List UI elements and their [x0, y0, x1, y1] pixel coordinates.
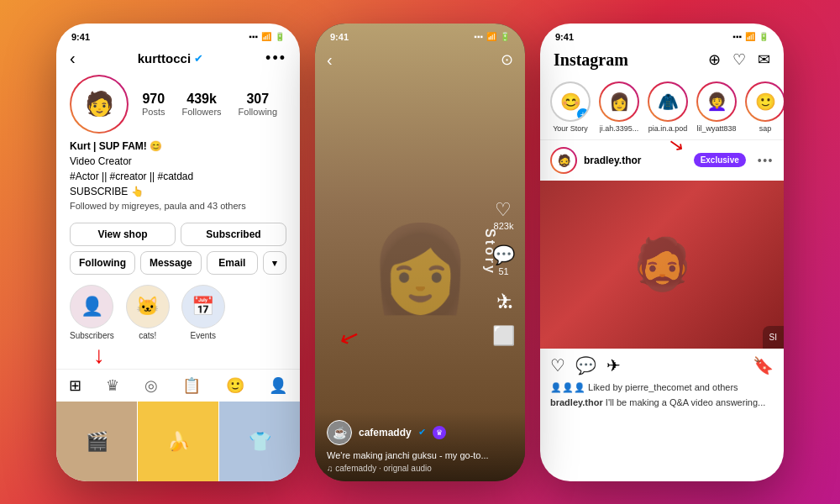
comment-action[interactable]: 💬 51 — [492, 244, 515, 276]
phone-feed: 9:41 ▪▪▪ 📶 🔋 Instagram ⊕ ♡ ✉ 😊 + Your St… — [540, 24, 784, 481]
bio-tags: #Actor || #creator || #catdad — [70, 169, 286, 184]
story-name-4: sap — [759, 124, 772, 133]
save-action[interactable]: ⬜ — [492, 325, 515, 347]
story-thumb-3[interactable]: 👩‍🦱 lil_wyatt838 — [696, 81, 737, 133]
signal-2: ▪▪▪ — [474, 32, 483, 41]
view-shop-button[interactable]: View shop — [70, 223, 176, 246]
audio-icon: ♫ — [327, 464, 335, 473]
highlight-events[interactable]: 📅 Events — [181, 285, 225, 340]
story-poster-avatar: ☕ — [327, 420, 352, 445]
tab-tagged-icon[interactable]: 👤 — [269, 376, 287, 395]
tab-grid-icon[interactable]: ⊞ — [69, 376, 81, 395]
highlight-subscribers[interactable]: 👤 Subscribers — [70, 285, 114, 340]
battery-icon: 🔋 — [275, 32, 285, 41]
profile-bio: Kurt | SUP FAM! 😊 Video Creator #Actor |… — [56, 139, 300, 218]
story-person-icon: 👩 — [368, 219, 473, 318]
story-verified-icon: ✔ — [418, 427, 426, 438]
profile-actions-row1: View shop Subscribed — [56, 218, 300, 251]
story-thumb-1[interactable]: 👩 ji.ah.3395... — [599, 81, 639, 133]
bookmark-action-icon[interactable]: 🔖 — [753, 355, 774, 375]
tab-collab-icon[interactable]: 🙂 — [226, 376, 244, 395]
message-button[interactable]: Message — [140, 251, 202, 275]
tab-igtv-icon[interactable]: 📋 — [182, 376, 201, 395]
crown-badge: ♛ — [433, 426, 446, 439]
story-thumb-4[interactable]: 🙂 sap — [745, 81, 784, 133]
profile-actions-row2: Following Message Email ▾ — [56, 251, 300, 280]
like-icon[interactable]: ♡ — [550, 355, 565, 375]
tab-reel-icon[interactable]: ◎ — [144, 376, 158, 395]
email-button[interactable]: Email — [207, 251, 258, 275]
bio-followed: Followed by migreyes, paula and 43 other… — [70, 199, 286, 213]
tab-crown-icon[interactable]: ♛ — [106, 376, 119, 395]
status-icons-1: ▪▪▪ 📶 🔋 — [249, 32, 285, 41]
followers-label: Followers — [182, 107, 222, 117]
stat-posts: 970 Posts — [142, 92, 165, 117]
wifi-2: 📶 — [486, 32, 496, 41]
time-3: 9:41 — [555, 32, 574, 42]
story-thumb-yours[interactable]: 😊 + Your Story — [550, 81, 591, 133]
following-count: 307 — [239, 92, 277, 107]
your-story-ring: 😊 + — [550, 81, 591, 122]
tab-bar: ⊞ ♛ ◎ 📋 🙂 👤 — [56, 369, 300, 402]
story-ring-4: 🙂 — [745, 81, 784, 122]
like-action[interactable]: ♡ 823k — [494, 199, 514, 231]
comment-icon: 💬 — [492, 244, 515, 266]
status-bar-1: 9:41 ▪▪▪ 📶 🔋 — [56, 24, 300, 45]
audio-text: cafemaddy · orignal audio — [335, 464, 432, 473]
notifications-icon[interactable]: ♡ — [732, 50, 746, 69]
new-post-icon[interactable]: ⊕ — [708, 50, 721, 69]
phone-story: 9:41 ▪▪▪ 📶 🔋 👩 ‹ ⊙ Story ••• ♡ 823k 💬 51… — [315, 24, 525, 481]
story-status-icons: ▪▪▪ 📶 🔋 — [474, 32, 510, 41]
signal-icon: ▪▪▪ — [249, 32, 258, 41]
comment-action-icon[interactable]: 💬 — [575, 355, 596, 375]
back-icon[interactable]: ‹ — [70, 49, 76, 68]
subscribed-button[interactable]: Subscribed — [181, 223, 286, 246]
story-thumb-2[interactable]: 🧥 pia.in.a.pod — [648, 81, 688, 133]
story-user-row: ☕ cafemaddy ✔ ♛ — [327, 420, 513, 445]
red-arrow-3: ↘ — [667, 134, 685, 158]
caption-username: bradley.thor — [550, 397, 603, 407]
story-camera-icon[interactable]: ⊙ — [501, 50, 513, 69]
bio-role: Video Creator — [70, 154, 286, 169]
story-action-buttons: ♡ 823k 💬 51 ✈ ⬜ — [492, 199, 515, 347]
following-label: Following — [239, 107, 277, 117]
story-ring-3: 👩‍🦱 — [696, 81, 737, 122]
story-poster-name: cafemaddy — [359, 427, 412, 438]
post-more-icon[interactable]: ••• — [758, 154, 774, 167]
messages-icon[interactable]: ✉ — [758, 50, 770, 69]
time-2: 9:41 — [330, 32, 349, 42]
heart-icon: ♡ — [494, 199, 514, 221]
grid-cell-1[interactable]: 🎬 — [56, 402, 137, 481]
post-header-wrap: 🧔 bradley.thor ↘ Exclusive ••• — [540, 140, 784, 181]
signal-3: ▪▪▪ — [732, 32, 742, 41]
add-story-badge: + — [576, 108, 590, 121]
your-story-label: Your Story — [553, 124, 588, 133]
story-audio: ♫ cafemaddy · orignal audio — [327, 464, 513, 473]
more-options-icon[interactable]: ••• — [265, 50, 286, 67]
post-actions: ♡ 💬 ✈ 🔖 — [540, 349, 784, 382]
story-back-icon[interactable]: ‹ — [327, 50, 333, 70]
bookmark-icon: ⬜ — [492, 325, 515, 347]
post-location: SI — [763, 326, 784, 349]
liked-text: Liked by pierre_thecomet and others — [588, 382, 738, 392]
verified-badge: ✔ — [194, 52, 203, 65]
feed-action-icons: ⊕ ♡ ✉ — [708, 50, 770, 69]
story-topbar: ‹ ⊙ — [315, 47, 525, 73]
followers-count: 439k — [182, 92, 222, 107]
share-action[interactable]: ✈ — [496, 290, 512, 312]
story-name-2: pia.in.a.pod — [648, 124, 688, 133]
status-bar-3: 9:41 ▪▪▪ 📶 🔋 — [540, 24, 784, 45]
profile-nav: ‹ kurttocci ✔ ••• — [56, 45, 300, 75]
highlight-cats[interactable]: 🐱 cats! — [126, 285, 170, 340]
story-ring-2: 🧥 — [648, 81, 688, 122]
share-icon: ✈ — [496, 290, 512, 312]
grid-cell-3[interactable]: 👕 — [219, 402, 300, 481]
profile-username: kurttocci — [138, 51, 191, 66]
following-button[interactable]: Following — [70, 251, 135, 275]
story-ring-1: 👩 — [599, 81, 639, 122]
share-action-icon[interactable]: ✈ — [606, 355, 621, 375]
dropdown-button[interactable]: ▾ — [263, 251, 286, 275]
stories-row: 😊 + Your Story 👩 ji.ah.3395... 🧥 pia.in.… — [540, 75, 784, 139]
feed-header: Instagram ⊕ ♡ ✉ — [540, 45, 784, 75]
grid-cell-2[interactable]: 🍌 — [138, 402, 218, 481]
